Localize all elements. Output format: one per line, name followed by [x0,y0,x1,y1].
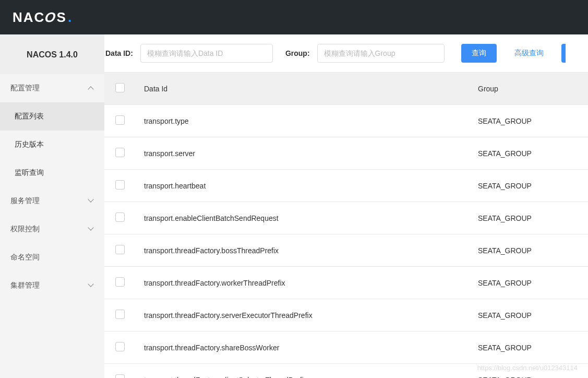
sidebar-item-4[interactable]: 服务管理 [0,187,104,215]
group-input[interactable] [317,44,445,63]
sidebar-item-2[interactable]: 历史版本 [0,131,104,159]
header-data-id: Data Id [136,73,470,105]
cell-data-id: transport.threadFactory.bossThreadPrefix [136,234,470,267]
cell-group: SEATA_GROUP [470,267,588,299]
cell-group: SEATA_GROUP [470,332,588,364]
cell-group: SEATA_GROUP [470,105,588,137]
cell-data-id: transport.threadFactory.clientSelectorTh… [136,364,470,379]
cell-data-id: transport.heartbeat [136,170,470,202]
cell-data-id: transport.threadFactory.shareBossWorker [136,332,470,364]
data-id-label: Data ID: [105,49,133,57]
cell-group: SEATA_GROUP [470,364,588,379]
logo-o: O [44,9,58,26]
app-header: NACOS. [0,0,588,34]
advanced-query-button[interactable]: 高级查询 [504,44,554,63]
table-row: transport.enableClientBatchSendRequestSE… [104,202,588,234]
table-row: transport.threadFactory.bossThreadPrefix… [104,234,588,267]
logo: NACOS. [13,9,73,26]
sidebar-item-label: 集群管理 [10,281,40,290]
row-checkbox[interactable] [115,245,125,254]
sidebar-item-5[interactable]: 权限控制 [0,215,104,243]
chevron-up-icon [89,86,94,91]
logo-dot: . [68,9,73,26]
sidebar-item-3[interactable]: 监听查询 [0,159,104,187]
logo-text: NAC [13,9,45,26]
sidebar-item-label: 服务管理 [10,196,40,206]
row-checkbox[interactable] [115,115,125,125]
cell-group: SEATA_GROUP [470,170,588,202]
row-checkbox[interactable] [115,212,125,222]
sidebar-item-label: 权限控制 [10,225,40,234]
row-checkbox[interactable] [115,148,125,157]
chevron-down-icon [89,227,94,232]
sidebar-item-1[interactable]: 配置列表 [0,102,104,131]
config-table: Data Id Group transport.typeSEATA_GROUPt… [104,72,588,378]
cell-group: SEATA_GROUP [470,137,588,170]
cell-group: SEATA_GROUP [470,299,588,332]
sidebar-item-label: 配置列表 [15,112,44,121]
chevron-down-icon [89,198,94,204]
row-checkbox[interactable] [115,342,125,351]
extra-button[interactable] [561,44,566,63]
row-checkbox[interactable] [115,277,125,287]
cell-data-id: transport.threadFactory.serverExecutorTh… [136,299,470,332]
sidebar-item-6[interactable]: 命名空间 [0,243,104,271]
main-content: Data ID: Group: 查询 高级查询 Data Id Group tr… [104,34,588,378]
sidebar-item-label: 配置管理 [10,84,40,93]
sidebar-item-label: 监听查询 [15,168,44,178]
table-row: transport.typeSEATA_GROUP [104,105,588,137]
cell-group: SEATA_GROUP [470,234,588,267]
sidebar-item-0[interactable]: 配置管理 [0,74,104,102]
table-row: transport.threadFactory.shareBossWorkerS… [104,332,588,364]
sidebar-item-label: 历史版本 [15,140,44,149]
query-button[interactable]: 查询 [461,44,497,63]
group-label: Group: [285,49,310,57]
cell-data-id: transport.type [136,105,470,137]
sidebar: NACOS 1.4.0 配置管理配置列表历史版本监听查询服务管理权限控制命名空间… [0,34,104,378]
table-row: transport.heartbeatSEATA_GROUP [104,170,588,202]
header-group: Group [470,73,588,105]
table-row: transport.serverSEATA_GROUP [104,137,588,170]
logo-s: S [57,9,67,26]
sidebar-title: NACOS 1.4.0 [0,34,104,74]
chevron-down-icon [89,283,94,288]
row-checkbox[interactable] [115,374,125,378]
sidebar-item-7[interactable]: 集群管理 [0,271,104,300]
table-row: transport.threadFactory.workerThreadPref… [104,267,588,299]
row-checkbox[interactable] [115,310,125,319]
table-row: transport.threadFactory.serverExecutorTh… [104,299,588,332]
cell-data-id: transport.threadFactory.workerThreadPref… [136,267,470,299]
data-id-input[interactable] [140,44,273,63]
cell-group: SEATA_GROUP [470,202,588,234]
table-row: transport.threadFactory.clientSelectorTh… [104,364,588,379]
row-checkbox[interactable] [115,180,125,190]
cell-data-id: transport.server [136,137,470,170]
search-bar: Data ID: Group: 查询 高级查询 [104,34,588,72]
sidebar-item-label: 命名空间 [10,253,40,262]
cell-data-id: transport.enableClientBatchSendRequest [136,202,470,234]
select-all-checkbox[interactable] [115,83,125,92]
